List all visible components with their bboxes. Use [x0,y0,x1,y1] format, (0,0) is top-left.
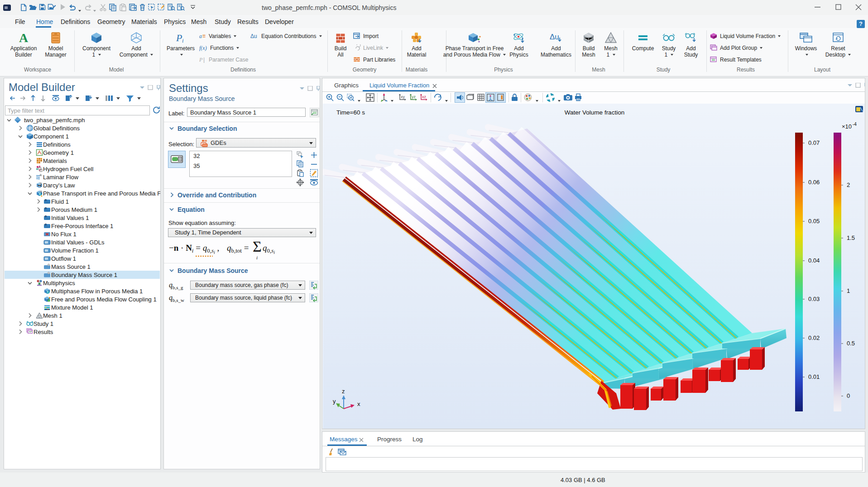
svg-text:0.04: 0.04 [808,257,820,264]
svg-text:A: A [19,32,29,43]
svg-text:a: a [199,33,202,39]
svg-text:xy: xy [401,95,405,99]
svg-text:2: 2 [847,181,850,188]
svg-text:f(x): f(x) [199,45,207,51]
svg-text:i: i [182,37,184,43]
svg-text:Δu: Δu [550,33,559,41]
svg-text:Δu: Δu [250,33,257,39]
svg-text:-4: -4 [853,122,857,127]
svg-text:=: = [202,33,206,39]
svg-text:P: P [176,32,182,43]
svg-text:0.02: 0.02 [808,334,820,341]
svg-text:0.07: 0.07 [808,139,820,146]
svg-text:0.05: 0.05 [808,218,820,224]
svg-text:P: P [199,57,203,63]
svg-text:0.06: 0.06 [808,179,820,186]
svg-text:z: z [342,388,345,395]
svg-text:yz: yz [412,95,416,99]
svg-text:1: 1 [847,287,850,294]
svg-text:D: D [45,223,47,226]
svg-text:×10: ×10 [842,123,852,130]
svg-text:xz: xz [422,95,427,99]
svg-text:0: 0 [847,392,850,399]
svg-text:D: D [45,207,47,210]
svg-text:|: | [203,57,205,63]
svg-text:Time=60 s: Time=60 s [336,109,365,116]
svg-text:D: D [45,199,47,201]
svg-text:1.5: 1.5 [847,234,855,241]
svg-text:0.5: 0.5 [847,340,855,347]
svg-text:y: y [333,398,336,405]
svg-text:D: D [45,215,47,218]
svg-text:0.01: 0.01 [808,373,820,380]
svg-text:x: x [357,401,360,407]
svg-text:0.03: 0.03 [808,296,820,302]
svg-text:Water Volume fraction: Water Volume fraction [565,109,624,116]
